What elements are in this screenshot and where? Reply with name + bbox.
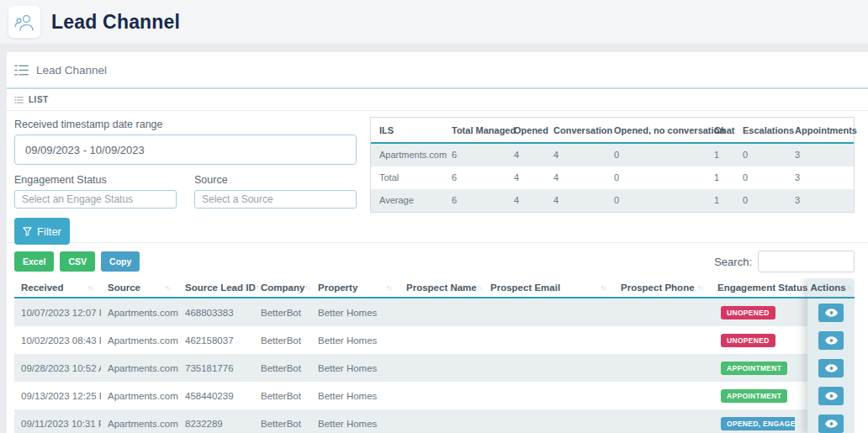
page-title: Lead Channel <box>51 11 180 34</box>
actions-body <box>807 298 855 433</box>
leads-body: 10/07/2023 12:07 PMApartments.com4688033… <box>14 298 855 433</box>
view-action-button[interactable] <box>818 387 844 405</box>
column-header-label: Source <box>108 283 140 293</box>
funnel-icon <box>23 227 32 236</box>
table-cell-engagement-status: APPOINTMENT <box>711 362 795 375</box>
column-header[interactable]: Received↑↓ <box>14 283 101 293</box>
sort-icon: ↑↓ <box>87 284 93 292</box>
column-header[interactable]: Prospect Name↑↓ <box>400 283 484 293</box>
table-cell-received: 09/13/2023 12:25 PM <box>14 391 101 401</box>
summary-cell: 1 <box>706 189 734 212</box>
engagement-status-label: Engagement Status <box>14 174 177 186</box>
main-card: Lead Channel LIST Received timestamp dat… <box>7 52 868 433</box>
filter-area: Received timestamp date range Engagement… <box>7 111 868 243</box>
column-header-label: Company <box>261 283 304 293</box>
sort-icon: ↑↓ <box>697 284 702 292</box>
status-badge: UNOPENED <box>721 334 775 347</box>
list-icon <box>14 65 29 76</box>
search-input[interactable] <box>758 251 855 272</box>
column-header[interactable]: Source↑↓ <box>101 283 178 293</box>
section-label: LIST <box>7 89 868 111</box>
table-cell-engagement-status: OPENED, ENGAGED <box>711 417 795 430</box>
table-cell-property: Better Homes <box>311 308 400 318</box>
engagement-status-select[interactable] <box>14 190 177 209</box>
summary-cell: 0 <box>606 189 706 212</box>
app-icon-box[interactable] <box>8 6 40 38</box>
table-cell-company: BetterBot <box>254 391 311 401</box>
table-row: 10/07/2023 12:07 PMApartments.com4688033… <box>14 298 855 326</box>
excel-export-button[interactable]: Excel <box>14 251 54 272</box>
summary-cell: 6 <box>443 189 505 212</box>
copy-export-button[interactable]: Copy <box>101 251 140 272</box>
eye-icon <box>825 309 838 317</box>
summary-column-header: Appointments <box>786 118 857 142</box>
section-label-text: LIST <box>29 95 49 104</box>
table-cell-company: BetterBot <box>254 335 311 346</box>
summary-header: ILSTotal ManagedOpenedConversationOpened… <box>371 118 854 144</box>
actions-header-label: Actions <box>810 283 845 293</box>
summary-cell: 3 <box>786 144 854 166</box>
summary-cell: 4 <box>505 189 545 212</box>
column-header-label: Source Lead ID <box>185 283 256 293</box>
column-header[interactable]: Source Lead ID↑↓ <box>178 283 254 293</box>
summary-cell: Total <box>371 166 443 189</box>
view-action-button[interactable] <box>818 304 844 322</box>
status-badge: APPOINTMENT <box>721 362 787 375</box>
summary-column-header: Chat <box>706 118 734 142</box>
date-range-input[interactable] <box>14 135 357 165</box>
table-cell-property: Better Homes <box>311 363 400 373</box>
column-header[interactable]: Company↑↓ <box>254 283 311 293</box>
filter-button-label: Filter <box>37 225 61 238</box>
table-cell-source: Apartments.com <box>101 335 178 346</box>
summary-cell: 4 <box>505 166 545 189</box>
table-row: 09/13/2023 12:25 PMApartments.com4584402… <box>14 382 855 409</box>
action-cell <box>807 326 855 354</box>
view-action-button[interactable] <box>818 331 844 350</box>
search-label: Search: <box>714 256 752 268</box>
column-header-label: Engagement Status <box>717 283 807 293</box>
view-action-button[interactable] <box>818 359 844 378</box>
summary-cell: 6 <box>443 166 505 189</box>
summary-column-header: Total Managed <box>443 118 505 142</box>
column-header-label: Prospect Email <box>490 283 560 293</box>
actions-column-header[interactable]: Actions ↑↓ <box>807 278 855 298</box>
summary-cell: 1 <box>706 144 734 166</box>
status-badge: OPENED, ENGAGED <box>721 417 795 430</box>
column-header[interactable]: Property↑↓ <box>311 283 400 293</box>
table-cell-source-lead-id: 458440239 <box>178 391 254 401</box>
filter-button[interactable]: Filter <box>14 218 70 245</box>
table-cell-source-lead-id: 735181776 <box>178 363 254 373</box>
status-badge: UNOPENED <box>721 306 775 319</box>
table-cell-received: 09/11/2023 10:31 PM <box>14 419 101 429</box>
summary-cell: 0 <box>734 166 786 189</box>
action-cell <box>807 382 855 409</box>
column-header-label: Prospect Name <box>406 283 477 293</box>
eye-icon <box>825 336 838 345</box>
table-row: 10/02/2023 08:43 PMApartments.com4621580… <box>14 326 855 354</box>
leads-header: Received↑↓Source↑↓Source Lead ID↑↓Compan… <box>14 278 855 298</box>
summary-cell: 0 <box>734 189 786 212</box>
summary-column-header: ILS <box>371 118 443 142</box>
column-header-label: Prospect Phone <box>621 283 695 293</box>
table-row: 09/11/2023 10:31 PMApartments.com8232289… <box>14 409 855 433</box>
column-header[interactable]: Prospect Phone↑↓ <box>614 283 711 293</box>
table-cell-company: BetterBot <box>254 363 311 373</box>
sort-icon: ↑↓ <box>165 284 170 292</box>
column-header-label: Received <box>21 283 64 293</box>
column-header[interactable]: Engagement Status↑↓ <box>711 283 795 293</box>
table-toolbar: Excel CSV Copy Search: <box>7 243 868 278</box>
view-action-button[interactable] <box>818 415 844 433</box>
source-select[interactable] <box>194 190 357 209</box>
summary-column-header: Escalations <box>734 118 786 142</box>
table-cell-engagement-status: APPOINTMENT <box>711 389 795 403</box>
csv-export-button[interactable]: CSV <box>60 251 95 272</box>
sort-icon: ↑↓ <box>847 284 852 292</box>
table-cell-company: BetterBot <box>254 308 311 318</box>
summary-cell: 0 <box>734 144 786 166</box>
summary-cell: 4 <box>545 144 606 166</box>
table-cell-engagement-status: UNOPENED <box>711 334 795 347</box>
column-header[interactable]: Prospect Email↑↓ <box>484 283 614 293</box>
sort-icon: ↑↓ <box>601 284 606 292</box>
table-cell-property: Better Homes <box>311 335 400 346</box>
summary-cell: 0 <box>606 144 706 166</box>
